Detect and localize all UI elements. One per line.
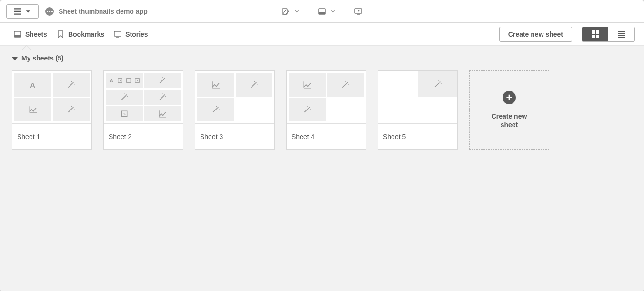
chart-icon: [29, 106, 37, 113]
sheets-icon: [14, 30, 21, 38]
sub-nav: Sheets Bookmarks Stories Create new shee…: [0, 23, 644, 46]
app-title: Sheet thumbnails demo app: [59, 8, 148, 15]
topbar-center: [282, 0, 362, 23]
chart-icon: [212, 81, 220, 89]
sheet-card[interactable]: Sheet 2: [103, 70, 183, 150]
sheet-thumbnail: [378, 71, 457, 123]
sheet-label: Sheet 2: [104, 123, 183, 149]
chart-icon: [159, 110, 166, 118]
wand-icon: [303, 106, 311, 113]
tab-label: Sheets: [25, 30, 47, 38]
active-tab-pointer: [21, 45, 31, 50]
sheet-card[interactable]: Sheet 4: [286, 70, 366, 150]
wand-icon: [342, 81, 349, 89]
box-icon: [121, 110, 128, 118]
wand-icon: [159, 77, 166, 84]
tab-bookmarks[interactable]: Bookmarks: [52, 23, 109, 45]
box-icon: [134, 78, 140, 83]
collapse-icon: [12, 57, 18, 60]
create-sheet-button[interactable]: Create new sheet: [499, 27, 572, 42]
chart-icon: [303, 81, 311, 89]
stories-icon: [114, 30, 121, 38]
edit-mode-dropdown[interactable]: [282, 8, 299, 15]
box-icon: [117, 78, 123, 83]
edit-icon: [282, 8, 290, 15]
sheet-thumbnail: [104, 71, 183, 123]
play-button[interactable]: [354, 8, 362, 15]
section-title: My sheets (5): [21, 54, 64, 62]
tab-sheets[interactable]: Sheets: [9, 23, 52, 45]
sheet-label: Sheet 5: [378, 123, 457, 149]
create-card-label: Create new sheet: [488, 112, 531, 129]
divider: [158, 23, 158, 45]
plus-icon: +: [503, 91, 516, 104]
list-icon: [618, 30, 625, 38]
content-area: My sheets (5) Sheet 1: [0, 46, 644, 291]
bookmark-icon: [57, 30, 64, 38]
text-icon: [109, 78, 114, 83]
wand-icon: [212, 106, 220, 113]
sheet-card[interactable]: Sheet 5: [378, 70, 458, 150]
hamburger-icon: [14, 8, 21, 15]
top-bar: Sheet thumbnails demo app: [0, 0, 644, 23]
app-icon: [45, 7, 54, 16]
sheet-label: Sheet 4: [287, 123, 366, 149]
list-view-button[interactable]: [608, 27, 634, 41]
view-toggle: [582, 27, 635, 42]
sheet-thumbnail: [12, 71, 91, 123]
sheet-icon: [318, 8, 326, 15]
wand-icon: [67, 81, 75, 89]
wand-icon: [434, 80, 442, 88]
sheets-grid: Sheet 1 Sheet 2: [12, 70, 632, 150]
button-label: Create new sheet: [508, 30, 563, 38]
sheet-card[interactable]: Sheet 3: [195, 70, 275, 150]
wand-icon: [121, 93, 128, 101]
wand-icon: [250, 81, 258, 89]
tab-label: Stories: [125, 30, 148, 38]
sheet-thumbnail: [287, 71, 366, 123]
sheet-thumbnail: [195, 71, 274, 123]
tab-stories[interactable]: Stories: [109, 23, 152, 45]
sheet-label: Sheet 1: [12, 123, 91, 149]
wand-icon: [159, 93, 166, 101]
grid-icon: [592, 30, 599, 38]
caret-down-icon: [25, 9, 31, 14]
chevron-down-icon: [294, 9, 299, 14]
sheet-card[interactable]: Sheet 1: [12, 70, 92, 150]
grid-view-button[interactable]: [582, 27, 608, 41]
sheet-nav-dropdown[interactable]: [318, 8, 335, 15]
present-icon: [354, 8, 362, 15]
create-sheet-card[interactable]: + Create new sheet: [469, 70, 549, 150]
box-icon: [126, 78, 131, 83]
section-header[interactable]: My sheets (5): [12, 54, 632, 62]
tab-label: Bookmarks: [68, 30, 104, 38]
sheet-label: Sheet 3: [195, 123, 274, 149]
wand-icon: [67, 106, 75, 113]
menu-button[interactable]: [6, 4, 39, 19]
chevron-down-icon: [331, 9, 335, 14]
text-icon: [29, 81, 37, 89]
